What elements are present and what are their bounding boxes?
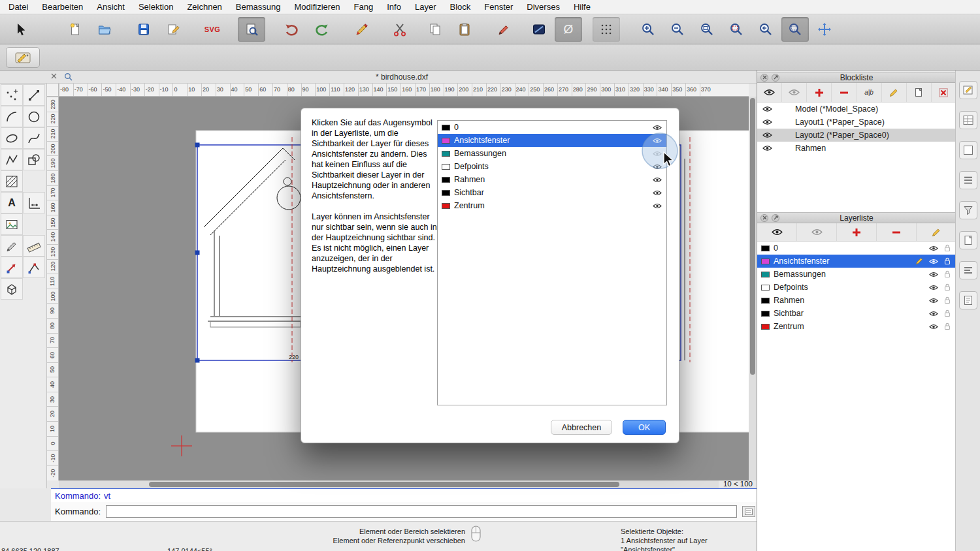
property-editor-panel-button[interactable] xyxy=(959,81,977,99)
layer-list-panel-button[interactable] xyxy=(959,171,977,189)
layer-lock-icon[interactable] xyxy=(944,244,951,252)
viewport-layer-row[interactable]: Sichtbar xyxy=(438,186,666,199)
dimension-tools-button[interactable] xyxy=(23,192,45,213)
block-visibility-eye-icon[interactable] xyxy=(762,132,779,138)
add-block-button[interactable] xyxy=(807,83,832,102)
previous-view-button[interactable] xyxy=(752,17,779,42)
undo-button[interactable] xyxy=(278,17,306,42)
remove-block-button[interactable] xyxy=(832,83,857,102)
menu-item[interactable]: Datei xyxy=(8,2,28,12)
spline-tools-button[interactable] xyxy=(23,127,45,149)
menu-item[interactable]: Block xyxy=(449,2,470,12)
svg-export-button[interactable]: SVG xyxy=(199,17,226,42)
menu-item[interactable]: Bemassung xyxy=(236,2,281,12)
layer-list-row[interactable]: Zentrum xyxy=(757,320,956,333)
viewport-layer-row[interactable]: Rahmen xyxy=(438,173,666,186)
layer-visibility-eye-icon[interactable] xyxy=(929,272,938,277)
draw-pencil-button[interactable] xyxy=(348,17,376,42)
drawing-preferences-button[interactable] xyxy=(525,17,553,42)
point-tools-button[interactable] xyxy=(1,84,23,106)
hide-all-blocks-button[interactable] xyxy=(782,83,807,102)
insert-block-button[interactable] xyxy=(907,83,932,102)
selection-filter-panel-button[interactable] xyxy=(959,201,977,219)
vertical-scrollbar[interactable] xyxy=(749,97,757,480)
block-list-row[interactable]: Layout2 (*Paper_Space0) xyxy=(757,129,956,142)
draft-mode-button[interactable]: Ø xyxy=(555,17,582,42)
paste-button[interactable] xyxy=(451,17,478,42)
layer-lock-icon[interactable] xyxy=(944,283,951,291)
layer-lock-icon[interactable] xyxy=(944,323,951,330)
save-as-button[interactable] xyxy=(159,17,187,42)
menu-item[interactable]: Hilfe xyxy=(574,2,591,12)
edit-block-button[interactable] xyxy=(882,83,907,102)
horizontal-scroll-thumb[interactable] xyxy=(149,482,619,487)
visibility-eye-icon[interactable] xyxy=(653,203,662,209)
view-panel-button[interactable] xyxy=(959,141,977,159)
node-edit-tools-button[interactable] xyxy=(23,257,45,278)
zoom-out-button[interactable] xyxy=(664,17,691,42)
layer-list-row[interactable]: Defpoints xyxy=(757,281,956,294)
layer-lock-icon[interactable] xyxy=(944,309,951,317)
notes-panel-button[interactable] xyxy=(959,291,977,309)
layer-visibility-eye-icon[interactable] xyxy=(929,285,938,291)
layer-list-row[interactable]: Sichtbar xyxy=(757,307,956,320)
layer-visibility-eye-icon[interactable] xyxy=(929,245,938,251)
layer-list-row[interactable]: Bemassungen xyxy=(757,268,956,281)
arc-tools-button[interactable] xyxy=(1,106,23,127)
viewport-layer-row[interactable]: Zentrum xyxy=(438,199,666,212)
circle-tools-button[interactable] xyxy=(23,106,45,127)
visibility-eye-icon[interactable] xyxy=(653,177,662,183)
panel-detach-icon[interactable] xyxy=(772,214,779,222)
cut-button[interactable] xyxy=(386,17,414,42)
edit-layer-button[interactable] xyxy=(917,223,956,241)
visibility-eye-icon[interactable] xyxy=(653,164,662,170)
ok-button[interactable]: OK xyxy=(623,420,666,435)
solid-tools-button[interactable] xyxy=(1,278,23,300)
layer-lock-icon[interactable] xyxy=(944,270,951,278)
cad-tools-button[interactable] xyxy=(6,47,40,68)
block-list-row[interactable]: Rahmen xyxy=(757,142,956,155)
cancel-button[interactable]: Abbrechen xyxy=(551,420,612,435)
panel-detach-icon[interactable] xyxy=(772,74,779,82)
menu-item[interactable]: Info xyxy=(387,2,401,12)
library-browser-panel-button[interactable] xyxy=(959,231,977,249)
add-layer-button[interactable] xyxy=(837,223,877,241)
grid-toggle-button[interactable] xyxy=(593,17,620,42)
rename-block-button[interactable]: a|b xyxy=(857,83,882,102)
panel-close-icon[interactable] xyxy=(760,74,768,82)
zoom-in-button[interactable] xyxy=(634,17,662,42)
panel-close-icon[interactable] xyxy=(760,214,768,222)
modify-tools-button[interactable] xyxy=(1,257,23,278)
polyline-tools-button[interactable] xyxy=(1,149,23,170)
block-visibility-eye-icon[interactable] xyxy=(762,119,779,125)
block-list-panel-button[interactable] xyxy=(959,111,977,129)
copy-button[interactable] xyxy=(421,17,449,42)
open-document-button[interactable] xyxy=(91,17,118,42)
text-tool-button[interactable]: A xyxy=(1,192,23,213)
purge-block-button[interactable] xyxy=(932,83,956,102)
selection-pointer-button[interactable] xyxy=(7,17,34,42)
remove-layer-button[interactable] xyxy=(877,223,917,241)
auto-zoom-button[interactable] xyxy=(693,17,721,42)
menu-item[interactable]: Bearbeiten xyxy=(42,2,83,12)
vertical-scroll-thumb[interactable] xyxy=(750,98,755,375)
menu-item[interactable]: Fenster xyxy=(484,2,513,12)
visibility-eye-icon[interactable] xyxy=(653,151,662,157)
layer-list-row[interactable]: Rahmen xyxy=(757,294,956,307)
shape-tools-button[interactable] xyxy=(23,149,45,170)
menu-item[interactable]: Layer xyxy=(415,2,436,12)
horizontal-scrollbar[interactable] xyxy=(59,480,719,488)
menu-item[interactable]: Modifizieren xyxy=(295,2,340,12)
zoom-window-button[interactable] xyxy=(781,17,809,42)
visibility-eye-icon[interactable] xyxy=(653,190,662,196)
print-preview-button[interactable] xyxy=(238,17,265,42)
layer-visibility-eye-icon[interactable] xyxy=(929,259,938,264)
redo-button[interactable] xyxy=(308,17,335,42)
menu-item[interactable]: Selektion xyxy=(139,2,173,12)
annotation-pen-button[interactable] xyxy=(490,17,517,42)
hide-all-layers-button[interactable] xyxy=(797,223,837,241)
menu-item[interactable]: Ansicht xyxy=(97,2,125,12)
layer-list-row[interactable]: 0 xyxy=(757,242,956,255)
layer-visibility-eye-icon[interactable] xyxy=(929,324,938,330)
viewport-layer-row[interactable]: Ansichtsfenster xyxy=(438,134,666,147)
